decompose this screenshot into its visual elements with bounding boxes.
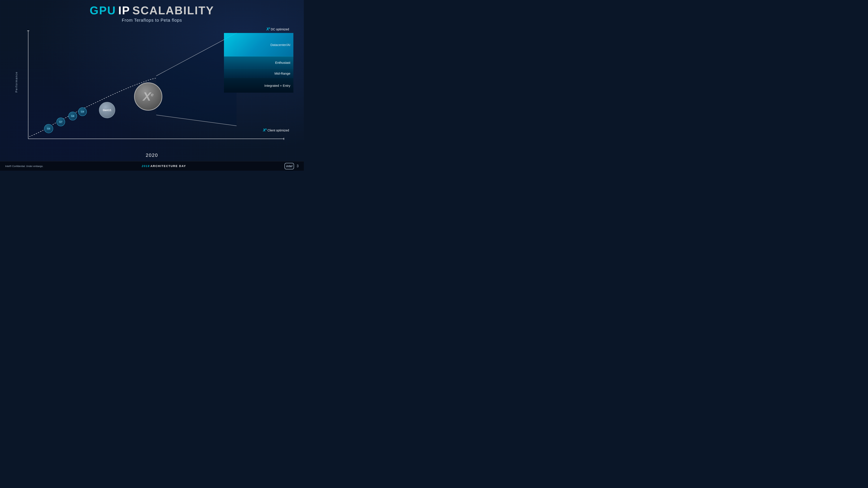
xe-main-circle: Xe bbox=[134, 83, 162, 110]
bar-midrange-label: Mid-Range bbox=[275, 71, 290, 75]
g8-text: G8 bbox=[71, 115, 74, 117]
xe-label-top: Xe DC optimized bbox=[266, 27, 289, 31]
bar-integrated-label: Integrated + Entry bbox=[264, 84, 290, 87]
footer-event-name: ARCHITECTURE DAY bbox=[150, 164, 186, 168]
bar-midrange: Mid-Range bbox=[224, 68, 293, 78]
bar-integrated: Integrated + Entry bbox=[224, 78, 293, 93]
bar-enthusiast-label: Enthusiast bbox=[275, 61, 290, 64]
page-number: 3 bbox=[297, 164, 299, 168]
g7-circle: G7 bbox=[56, 118, 65, 126]
performance-label: Performance bbox=[15, 72, 18, 92]
header: GPU IP SCALABILITY From Teraflops to Pet… bbox=[0, 0, 304, 23]
xe-badge-bottom: Xe bbox=[263, 128, 267, 132]
xe-bottom-label-text: Client optimized bbox=[267, 129, 289, 132]
title-line: GPU IP SCALABILITY bbox=[0, 4, 304, 17]
g9-circle: G9 bbox=[78, 107, 87, 116]
bars-container: Datacenter/AI Enthusiast Mid-Range Integ… bbox=[224, 33, 293, 126]
g7-text: G7 bbox=[59, 121, 62, 123]
xe-circle-text: Xe bbox=[143, 91, 154, 103]
subtitle: From Teraflops to Peta flops bbox=[0, 18, 304, 23]
gen11-circle: Gen11 bbox=[99, 102, 115, 118]
xe-top-label-text: DC optimized bbox=[271, 28, 289, 31]
footer-event: 2018 ARCHITECTURE DAY bbox=[142, 164, 186, 168]
xe-label-bottom: Xe Client optimized bbox=[263, 128, 289, 132]
bar-enthusiast: Enthusiast bbox=[224, 56, 293, 68]
chart-container: Performance Datacenter/AI Enthusiast Mid… bbox=[13, 24, 295, 152]
g8-circle: G8 bbox=[68, 112, 77, 120]
bar-dc-label: Datacenter/AI bbox=[270, 33, 290, 56]
footer: Intel® Confidential. Under embargo. 2018… bbox=[0, 161, 304, 171]
footer-right: intel 3 bbox=[284, 163, 299, 169]
intel-logo: intel bbox=[284, 163, 294, 169]
main-content: GPU IP SCALABILITY From Teraflops to Pet… bbox=[0, 0, 304, 171]
g6-text: G6 bbox=[47, 127, 50, 130]
year-label: 2020 bbox=[146, 153, 158, 158]
footer-confidential: Intel® Confidential. Under embargo. bbox=[5, 165, 43, 167]
title-gpu: GPU bbox=[90, 4, 116, 17]
xe-badge-top: Xe bbox=[266, 27, 270, 31]
gen11-text: Gen11 bbox=[103, 108, 112, 112]
footer-year: 2018 bbox=[142, 164, 150, 168]
g6-circle: G6 bbox=[44, 124, 53, 133]
title-scalability: SCALABILITY bbox=[132, 4, 214, 17]
g9-text: G9 bbox=[81, 110, 84, 113]
bar-dc: Datacenter/AI bbox=[224, 33, 293, 56]
title-ip: IP bbox=[118, 4, 130, 17]
